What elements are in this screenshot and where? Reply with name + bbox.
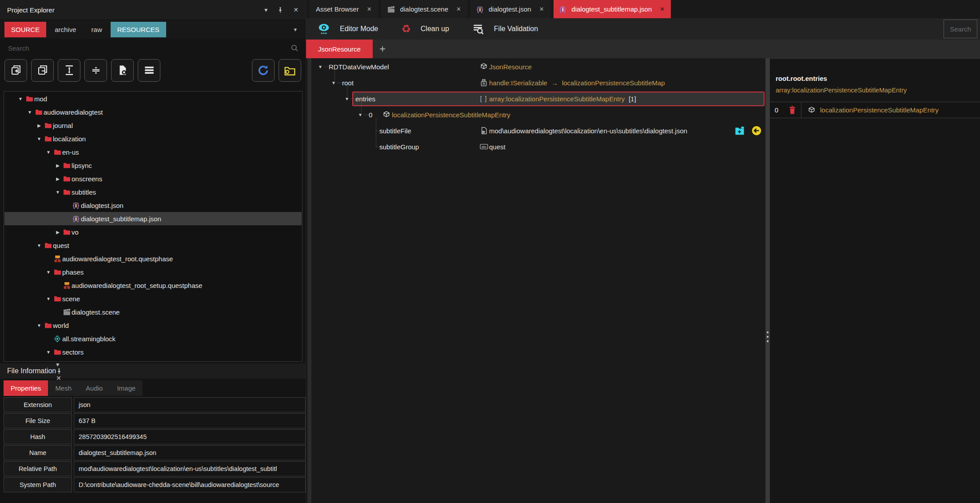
document-tab-dialogtest-scene[interactable]: dialogtest.scene✕ bbox=[381, 0, 467, 18]
tab-raw[interactable]: raw bbox=[85, 22, 109, 37]
inspector-array-item-0[interactable]: 0localizationPersistenceSubtitleMapEntry bbox=[770, 102, 980, 118]
tab-properties[interactable]: Properties bbox=[4, 380, 48, 396]
refresh-button[interactable] bbox=[252, 59, 275, 82]
document-tab-label: dialogtest.scene bbox=[400, 5, 448, 13]
close-icon[interactable]: ✕ bbox=[456, 6, 461, 12]
collapse-all-button[interactable] bbox=[31, 59, 54, 82]
goto-back-icon[interactable] bbox=[752, 126, 761, 136]
list-view-button[interactable] bbox=[138, 59, 160, 82]
expand-all-button[interactable] bbox=[4, 59, 27, 82]
inspector-property-type: array:localizationPersistenceSubtitleMap… bbox=[776, 87, 907, 94]
tree-item-world[interactable]: ▼world bbox=[4, 319, 302, 332]
folder-icon bbox=[62, 176, 72, 182]
tree-item-label: scene bbox=[62, 295, 80, 303]
chevron-down-icon[interactable]: ▾ bbox=[294, 26, 297, 33]
pane-splitter-handle[interactable] bbox=[765, 58, 770, 503]
expander-open-icon[interactable]: ▼ bbox=[358, 107, 369, 123]
tree-item-lipsync[interactable]: ▶lipsync bbox=[4, 159, 302, 172]
tree-item-journal[interactable]: ▶journal bbox=[4, 119, 302, 132]
tab-image[interactable]: Image bbox=[110, 380, 143, 396]
expander-open-icon[interactable]: ▼ bbox=[345, 91, 355, 107]
file-preview-button[interactable] bbox=[111, 59, 134, 82]
trash-button[interactable] bbox=[783, 106, 801, 114]
close-icon[interactable]: ✕ bbox=[367, 6, 372, 12]
expander-open-icon[interactable]: ▼ bbox=[35, 243, 43, 248]
data-row-subtitlefile[interactable]: subtitleFilemod\audiowaredialogtest\loca… bbox=[311, 123, 765, 139]
tree-item-audiowaredialogtest-root-questphase[interactable]: audiowaredialogtest_root.questphase bbox=[4, 252, 302, 265]
tree-item-quest[interactable]: ▼quest bbox=[4, 239, 302, 252]
pin-icon[interactable] bbox=[277, 7, 283, 13]
collapse-rows-button[interactable] bbox=[84, 59, 107, 82]
document-tab-asset-browser[interactable]: Asset Browser✕ bbox=[310, 0, 378, 18]
expander-open-icon[interactable]: ▼ bbox=[44, 350, 52, 355]
toolbar-file-validation-button[interactable]: File Validation bbox=[472, 23, 538, 36]
tree-item-audiowaredialogtest-root-setup-questphase[interactable]: audiowaredialogtest_root_setup.questphas… bbox=[4, 279, 302, 292]
expander-open-icon[interactable]: ▼ bbox=[44, 270, 52, 275]
expand-rows-button[interactable] bbox=[58, 59, 80, 82]
close-icon[interactable]: ✕ bbox=[539, 6, 544, 12]
add-tab-button[interactable]: + bbox=[373, 43, 392, 55]
expander-closed-icon[interactable]: ▶ bbox=[35, 123, 43, 128]
questphase-icon bbox=[62, 282, 72, 289]
clean-up-icon: ♻ bbox=[401, 24, 411, 34]
expander-open-icon[interactable]: ▼ bbox=[35, 136, 43, 141]
tree-item-en-us[interactable]: ▼en-us bbox=[4, 145, 302, 159]
expander-open-icon[interactable]: ▼ bbox=[44, 296, 52, 301]
open-folder-button[interactable] bbox=[279, 59, 301, 82]
expander-closed-icon[interactable]: ▶ bbox=[54, 230, 62, 235]
data-row-0[interactable]: ▼0localizationPersistenceSubtitleMapEntr… bbox=[311, 107, 765, 123]
expander-open-icon[interactable]: ▼ bbox=[16, 96, 24, 101]
expand-all-icon bbox=[10, 64, 22, 76]
expander-closed-icon[interactable]: ▶ bbox=[54, 163, 62, 168]
chevron-down-icon[interactable]: ▾ bbox=[56, 361, 62, 368]
toolbar-editor-mode-button[interactable]: Editor Mode bbox=[318, 23, 378, 36]
expander-open-icon[interactable]: ▼ bbox=[318, 59, 329, 75]
document-search-input[interactable]: Search bbox=[944, 20, 977, 38]
tree-item-phases[interactable]: ▼phases bbox=[4, 265, 302, 279]
tree-item-sectors[interactable]: ▼sectors bbox=[4, 345, 302, 359]
data-row-entries[interactable]: ▼entries[ ]array:localizationPersistence… bbox=[311, 91, 765, 107]
fileinfo-label-file-size: File Size bbox=[4, 413, 72, 428]
close-icon[interactable]: ✕ bbox=[293, 6, 299, 13]
tree-item-dialogtest-subtitlemap-json[interactable]: {i}dialogtest_subtitlemap.json bbox=[4, 212, 302, 225]
project-search-input[interactable] bbox=[7, 44, 291, 52]
expander-open-icon[interactable]: ▼ bbox=[44, 150, 52, 155]
expander-open-icon[interactable]: ▼ bbox=[331, 75, 342, 91]
tree-item-audiowaredialogtest[interactable]: ▼audiowaredialogtest bbox=[4, 105, 302, 119]
tree-item-onscreens[interactable]: ▶onscreens bbox=[4, 172, 302, 185]
tree-item-localization[interactable]: ▼localization bbox=[4, 132, 302, 145]
data-row-subtitlegroup[interactable]: subtitleGroupabcquest bbox=[311, 139, 765, 155]
tab-mesh[interactable]: Mesh bbox=[48, 380, 79, 396]
toolbar-clean-up-button[interactable]: ♻Clean up bbox=[401, 23, 449, 36]
tab-jsonresource[interactable]: JsonResource bbox=[306, 40, 373, 58]
tree-item-dialogtest-scene[interactable]: dialogtest.scene bbox=[4, 305, 302, 319]
expander-open-icon[interactable]: ▼ bbox=[26, 110, 34, 115]
chevron-down-icon[interactable]: ▾ bbox=[264, 6, 267, 13]
editor-scrollbar[interactable] bbox=[307, 58, 311, 503]
tab-source[interactable]: SOURCE bbox=[4, 22, 46, 37]
tree-item-label: all.streamingblock bbox=[62, 335, 116, 343]
data-row-root[interactable]: ▼roothandle:ISerializable→localizationPe… bbox=[311, 75, 765, 91]
close-icon[interactable]: ✕ bbox=[660, 6, 665, 12]
tab-archive[interactable]: archive bbox=[48, 22, 83, 37]
expander-open-icon[interactable]: ▼ bbox=[54, 190, 62, 195]
tree-item-all-streamingblock[interactable]: all.streamingblock bbox=[4, 332, 302, 345]
tree-item-scene[interactable]: ▼scene bbox=[4, 292, 302, 305]
toolbar-item-label: Clean up bbox=[421, 25, 449, 33]
document-tab-dialogtest-json[interactable]: {i}dialogtest.json✕ bbox=[470, 0, 550, 18]
expander-open-icon[interactable]: ▼ bbox=[35, 323, 43, 328]
tab-resources[interactable]: RESOURCES bbox=[111, 22, 166, 37]
document-tab-label: dialogtest_subtitlemap.json bbox=[571, 5, 652, 13]
folder-add-icon[interactable] bbox=[735, 126, 745, 136]
tree-item-dialogtest-json[interactable]: {i}dialogtest.json bbox=[4, 199, 302, 212]
document-tab-dialogtest-subtitlemap-json[interactable]: {i}dialogtest_subtitlemap.json✕ bbox=[554, 0, 671, 18]
tree-item-subtitles[interactable]: ▼subtitles bbox=[4, 185, 302, 199]
data-row-rdtdataviewmodel[interactable]: ▼RDTDataViewModelJsonResource bbox=[311, 59, 765, 75]
tab-audio[interactable]: Audio bbox=[79, 380, 110, 396]
list-view-icon bbox=[143, 64, 155, 76]
tree-item-label: audiowaredialogtest bbox=[44, 108, 103, 116]
expander-closed-icon[interactable]: ▶ bbox=[54, 176, 62, 181]
pin-icon[interactable] bbox=[56, 368, 62, 375]
tree-item-mod[interactable]: ▼mod bbox=[4, 92, 302, 105]
tree-item-vo[interactable]: ▶vo bbox=[4, 225, 302, 239]
